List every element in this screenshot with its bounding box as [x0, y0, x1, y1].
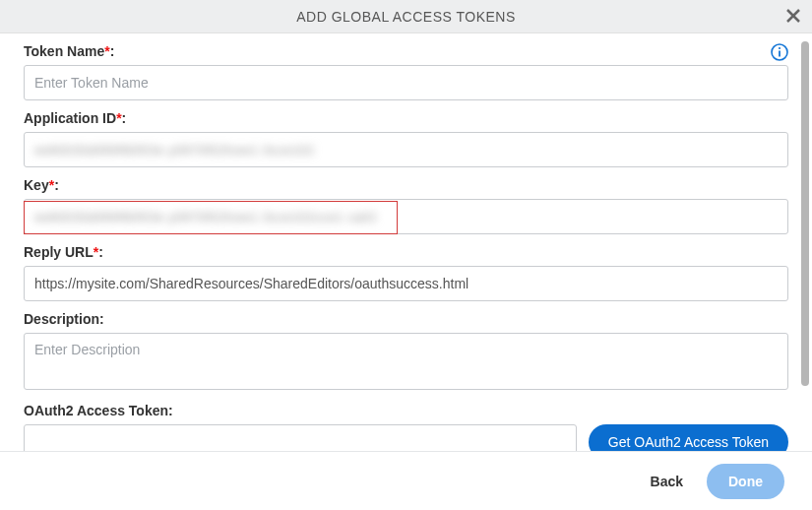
field-oauth-token: OAuth2 Access Token: Get OAuth2 Access T…: [24, 403, 788, 451]
label-oauth-token: OAuth2 Access Token:: [24, 403, 788, 418]
scrollbar-thumb[interactable]: [801, 41, 809, 386]
application-id-input[interactable]: ee60030d069f60f03e y0970f02fcee1 0cce102: [24, 132, 788, 167]
masked-value: ee60030d069f60f03e y0970f02fcee1 0cce102…: [34, 210, 377, 224]
label-application-id: Application ID*:: [24, 110, 788, 126]
key-input[interactable]: ee60030d069f60f03e y0970f02fcee1 0cce102…: [24, 199, 788, 234]
label-colon: :: [122, 110, 127, 126]
token-name-input[interactable]: [24, 65, 788, 100]
field-token-name: Token Name*:: [24, 43, 788, 100]
done-button[interactable]: Done: [707, 464, 784, 499]
field-reply-url: Reply URL*:: [24, 244, 788, 301]
field-application-id: Application ID*: ee60030d069f60f03e y097…: [24, 110, 788, 167]
oauth-token-input[interactable]: [24, 424, 577, 451]
label-colon: :: [98, 244, 103, 260]
label-colon: :: [110, 43, 115, 59]
label-reply-url: Reply URL*:: [24, 244, 788, 260]
get-oauth-token-button[interactable]: Get OAuth2 Access Token: [589, 424, 788, 451]
label-text: Application ID: [24, 110, 116, 126]
close-icon: [785, 8, 801, 27]
dialog: ADD GLOBAL ACCESS TOKENS Token Name*: Ap…: [0, 0, 812, 510]
label-text: Reply URL: [24, 244, 94, 260]
masked-value: ee60030d069f60f03e y0970f02fcee1 0cce102: [34, 143, 315, 158]
close-button[interactable]: [781, 4, 806, 30]
dialog-header: ADD GLOBAL ACCESS TOKENS: [0, 0, 812, 33]
label-colon: :: [168, 403, 173, 418]
label-text: OAuth2 Access Token: [24, 403, 168, 418]
label-colon: :: [54, 177, 59, 193]
back-button[interactable]: Back: [645, 473, 689, 490]
field-key: Key*: ee60030d069f60f03e y0970f02fcee1 0…: [24, 177, 788, 234]
field-description: Description:: [24, 311, 788, 393]
description-input[interactable]: [24, 333, 788, 390]
label-text: Description: [24, 311, 99, 327]
oauth-row: Get OAuth2 Access Token: [24, 424, 788, 451]
label-colon: :: [99, 311, 104, 327]
label-text: Token Name: [24, 43, 104, 59]
label-text: Key: [24, 177, 49, 193]
dialog-footer: Back Done: [0, 451, 812, 510]
dialog-title: ADD GLOBAL ACCESS TOKENS: [296, 9, 516, 25]
label-description: Description:: [24, 311, 788, 327]
reply-url-input[interactable]: [24, 266, 788, 301]
label-key: Key*:: [24, 177, 788, 193]
label-token-name: Token Name*:: [24, 43, 788, 59]
dialog-body: Token Name*: Application ID*: ee60030d06…: [0, 33, 812, 451]
